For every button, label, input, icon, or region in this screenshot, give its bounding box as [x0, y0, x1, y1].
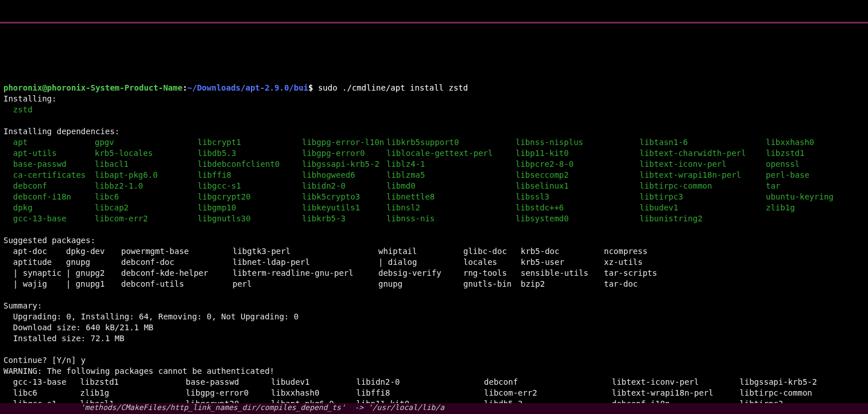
sugg-row-col: dpkg-dev gnupg | gnupg2 | gnupg1 [66, 246, 121, 290]
installing-package: zstd [13, 105, 33, 114]
deps-row-col: libnss-nisplus libp11-kit0 libpcre2-8-0 … [516, 137, 640, 224]
summary-line3: Installed size: 72.1 MB [13, 334, 125, 343]
summary-line1: Upgrading: 0, Installing: 64, Removing: … [13, 312, 299, 321]
sugg-row-col: powermgmt-base debconf-doc debconf-kde-h… [121, 246, 232, 290]
terminal[interactable]: phoronix@phoronix-System-Product-Name:~/… [0, 67, 868, 414]
prompt-user-host: phoronix@phoronix-System-Product-Name [3, 83, 183, 92]
suggested-header: Suggested packages: [3, 235, 865, 246]
prompt-path: ~/Downloads/apt-2.9.0/bui [187, 83, 308, 92]
sugg-row-col: ncompress xz-utils tar-scripts tar-doc [604, 246, 719, 290]
installing-header: Installing: [3, 94, 57, 103]
sugg-row-col: glibc-doc locales rng-tools gnutls-bin [463, 246, 521, 290]
sugg-row-col: whiptail | dialog debsig-verify gnupg [378, 246, 463, 290]
continue-prompt[interactable]: Continue? [Y/n] y [3, 356, 86, 365]
prompt-sep2: $ [308, 83, 318, 92]
deps-table: apt apt-utils base-passwd ca-certificate… [3, 137, 865, 224]
sugg-row-col: libgtk3-perl libnet-ldap-perl libterm-re… [232, 246, 378, 290]
command-line[interactable]: sudo ./cmdline/apt install zstd [318, 83, 468, 92]
deps-row-col: libkrb5support0 liblocale-gettext-perl l… [386, 137, 516, 224]
deps-row-col: libcrypt1 libdb5.3 libdebconfclient0 lib… [197, 137, 302, 224]
sugg-row-col: krb5-doc krb5-user sensible-utils bzip2 [521, 246, 604, 290]
summary-line2: Download size: 640 kB/21.1 MB [13, 323, 153, 332]
deps-header: Installing dependencies: [3, 127, 119, 136]
deps-row-col: gpgv krb5-locales libacl1 libapt-pkg6.0 … [95, 137, 197, 224]
deps-row-col: libgpg-error-l10n libgpg-error0 libgssap… [302, 137, 386, 224]
deps-row-col: apt apt-utils base-passwd ca-certificate… [3, 137, 95, 224]
suggested-table: apt-doc aptitude | synaptic | wajigdpkg-… [3, 246, 865, 290]
summary-header: Summary: [3, 301, 42, 310]
deps-row-col: libtasn1-6 libtext-charwidth-perl libtex… [640, 137, 766, 224]
sugg-row-col: apt-doc aptitude | synaptic | wajig [3, 246, 66, 290]
warning-line: WARNING: The following packages cannot b… [3, 366, 274, 376]
deps-row-col: libxxhash0 libzstd1 openssl perl-base ta… [766, 137, 834, 224]
footer-snippet: 'methods/CMakeFiles/http_link_names_dir/… [0, 403, 868, 414]
window-top-border [0, 22, 868, 24]
